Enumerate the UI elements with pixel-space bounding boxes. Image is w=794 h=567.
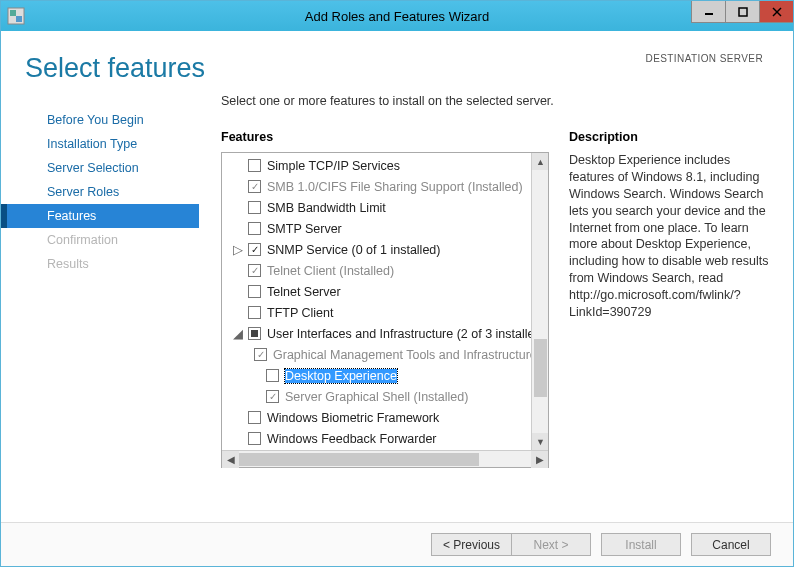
description-text: Desktop Experience includes features of … xyxy=(569,152,769,321)
feature-checkbox xyxy=(248,180,261,193)
feature-row[interactable]: Telnet Server xyxy=(222,281,548,302)
feature-checkbox[interactable] xyxy=(248,306,261,319)
previous-button[interactable]: < Previous xyxy=(431,533,511,556)
instruction-text: Select one or more features to install o… xyxy=(221,94,769,108)
feature-checkbox xyxy=(248,264,261,277)
feature-row[interactable]: Windows Biometric Framework xyxy=(222,407,548,428)
feature-label: User Interfaces and Infrastructure (2 of… xyxy=(267,327,546,341)
description-heading: Description xyxy=(569,130,769,144)
cancel-button[interactable]: Cancel xyxy=(691,533,771,556)
feature-label: Graphical Management Tools and Infrastru… xyxy=(273,348,548,362)
feature-row[interactable]: SMB Bandwidth Limit xyxy=(222,197,548,218)
feature-checkbox[interactable] xyxy=(248,222,261,235)
feature-row[interactable]: Simple TCP/IP Services xyxy=(222,155,548,176)
minimize-button[interactable] xyxy=(691,1,725,23)
svg-rect-1 xyxy=(10,10,16,16)
feature-row[interactable]: TFTP Client xyxy=(222,302,548,323)
feature-label: Desktop Experience xyxy=(285,369,397,383)
feature-label: Telnet Client (Installed) xyxy=(267,264,394,278)
scroll-right-arrow[interactable]: ▶ xyxy=(531,451,548,468)
feature-checkbox xyxy=(266,390,279,403)
feature-row[interactable]: ◢User Interfaces and Infrastructure (2 o… xyxy=(222,323,548,344)
expander-icon[interactable]: ▷ xyxy=(232,242,244,257)
svg-rect-2 xyxy=(16,16,22,22)
feature-label: Server Graphical Shell (Installed) xyxy=(285,390,468,404)
feature-label: Windows Biometric Framework xyxy=(267,411,439,425)
feature-label: Windows Feedback Forwarder xyxy=(267,432,437,446)
window-title: Add Roles and Features Wizard xyxy=(305,9,489,24)
wizard-icon xyxy=(7,7,25,25)
titlebar: Add Roles and Features Wizard xyxy=(1,1,793,31)
feature-label: SMB Bandwidth Limit xyxy=(267,201,386,215)
destination-server-label: DESTINATION SERVER xyxy=(646,53,763,64)
feature-label: TFTP Client xyxy=(267,306,333,320)
feature-row[interactable]: Server Graphical Shell (Installed) xyxy=(222,386,548,407)
feature-row[interactable]: SMB 1.0/CIFS File Sharing Support (Insta… xyxy=(222,176,548,197)
horizontal-scroll-thumb[interactable] xyxy=(239,453,479,466)
content-area: Select features DESTINATION SERVER Befor… xyxy=(1,31,793,566)
horizontal-scrollbar[interactable]: ◀ ▶ xyxy=(222,450,548,467)
features-heading: Features xyxy=(221,130,549,144)
close-button[interactable] xyxy=(759,1,793,23)
feature-row[interactable]: Windows Feedback Forwarder xyxy=(222,428,548,449)
page-title: Select features xyxy=(25,53,205,84)
scroll-left-arrow[interactable]: ◀ xyxy=(222,451,239,468)
feature-checkbox[interactable] xyxy=(248,327,261,340)
nav-step-confirmation: Confirmation xyxy=(1,228,199,252)
feature-checkbox[interactable] xyxy=(248,243,261,256)
feature-label: Telnet Server xyxy=(267,285,341,299)
nav-step-before-you-begin[interactable]: Before You Begin xyxy=(1,108,199,132)
feature-row[interactable]: SMTP Server xyxy=(222,218,548,239)
scroll-up-arrow[interactable]: ▲ xyxy=(532,153,548,170)
nav-step-results: Results xyxy=(1,252,199,276)
nav-step-server-selection[interactable]: Server Selection xyxy=(1,156,199,180)
next-button[interactable]: Next > xyxy=(511,533,591,556)
feature-checkbox[interactable] xyxy=(248,432,261,445)
feature-row[interactable]: Desktop Experience xyxy=(222,365,548,386)
nav-step-features[interactable]: Features xyxy=(1,204,199,228)
feature-checkbox[interactable] xyxy=(248,285,261,298)
install-button[interactable]: Install xyxy=(601,533,681,556)
feature-label: SNMP Service (0 of 1 installed) xyxy=(267,243,440,257)
expander-icon[interactable]: ◢ xyxy=(232,326,244,341)
feature-row[interactable]: Telnet Client (Installed) xyxy=(222,260,548,281)
feature-checkbox[interactable] xyxy=(248,159,261,172)
feature-checkbox[interactable] xyxy=(248,201,261,214)
feature-label: Simple TCP/IP Services xyxy=(267,159,400,173)
wizard-nav: Before You BeginInstallation TypeServer … xyxy=(1,94,199,468)
button-bar: < Previous Next > Install Cancel xyxy=(1,522,793,566)
scroll-down-arrow[interactable]: ▼ xyxy=(532,433,548,450)
window-controls xyxy=(691,1,793,23)
feature-row[interactable]: ▷SNMP Service (0 of 1 installed) xyxy=(222,239,548,260)
feature-row[interactable]: Graphical Management Tools and Infrastru… xyxy=(222,344,548,365)
svg-rect-4 xyxy=(739,8,747,16)
feature-checkbox[interactable] xyxy=(248,411,261,424)
vertical-scroll-thumb[interactable] xyxy=(534,339,547,397)
feature-label: SMB 1.0/CIFS File Sharing Support (Insta… xyxy=(267,180,523,194)
nav-step-server-roles[interactable]: Server Roles xyxy=(1,180,199,204)
nav-step-installation-type[interactable]: Installation Type xyxy=(1,132,199,156)
maximize-button[interactable] xyxy=(725,1,759,23)
features-tree[interactable]: Simple TCP/IP ServicesSMB 1.0/CIFS File … xyxy=(221,152,549,468)
feature-checkbox xyxy=(254,348,267,361)
feature-checkbox[interactable] xyxy=(266,369,279,382)
feature-label: SMTP Server xyxy=(267,222,342,236)
vertical-scrollbar[interactable]: ▲ ▼ xyxy=(531,153,548,450)
